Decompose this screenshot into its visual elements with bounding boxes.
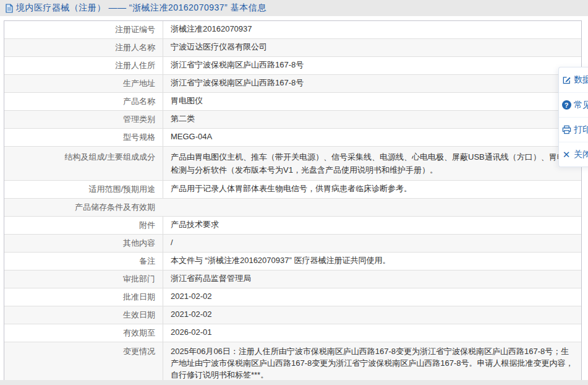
question-icon: ? (561, 100, 571, 110)
faq-button[interactable]: ? 常见 (559, 92, 588, 117)
row-label: 生产地址 (4, 75, 163, 92)
table-row: 结构及组成/主要组成成分 产品由胃电图仪主机、推车（带开关电源）、信号采集线、电… (4, 146, 581, 180)
row-label: 变更情况 (4, 342, 163, 385)
table-row: 生效日期 2021-02-02 (4, 306, 581, 324)
panel-item-label: 数据 (574, 74, 588, 85)
table-row: 其他内容 / (4, 234, 581, 252)
table-row: 管理类别 第二类 (4, 110, 581, 128)
row-label: 生效日期 (4, 306, 163, 324)
row-value: 2021-02-02 (163, 288, 581, 306)
close-icon: ✕ (561, 150, 571, 160)
row-value: 本文件与 “浙械注准20162070937” 医疗器械注册证共同使用。 (163, 253, 581, 270)
row-value: 产品用于记录人体胃部体表生物电信号，供胃病患者临床诊断参考。 (163, 181, 581, 198)
panel-item-label: 打印 (574, 124, 588, 136)
row-label: 审批部门 (4, 270, 163, 288)
table-row: 批准日期 2021-02-02 (4, 288, 581, 306)
row-value: 胃电图仪 (163, 93, 581, 110)
registration-info-table: 注册证编号 浙械注准20162070937 注册人名称 宁波迈达医疗仪器有限公司… (4, 20, 582, 385)
page-title-text: 境内医疗器械（注册） —— “浙械注准20162070937” 基本信息 (16, 2, 266, 14)
table-row: 注册人名称 宁波迈达医疗仪器有限公司 (4, 38, 581, 56)
row-value: 2025年06月06日：注册人住所由宁波市保税南区庐山西路167-8变更为浙江省… (163, 342, 581, 385)
row-value: 浙江省宁波保税南区庐山西路167-8号 (163, 57, 581, 74)
row-value: 2026-02-01 (163, 324, 581, 342)
edit-icon (561, 75, 571, 85)
printer-icon (561, 125, 571, 135)
close-button[interactable]: ✕ 关闭 (559, 142, 588, 167)
table-row: 有效期至 2026-02-01 (4, 324, 581, 342)
row-value: 2021-02-02 (163, 306, 581, 324)
row-label: 批准日期 (4, 288, 163, 306)
row-value: 产品技术要求 (163, 217, 581, 234)
table-row: 注册人住所 浙江省宁波保税南区庐山西路167-8号 (4, 56, 581, 74)
row-value: / (163, 235, 581, 252)
floating-action-panel: 数据 ? 常见 打印 ✕ 关闭 (558, 67, 588, 167)
row-label: 适用范围/预期用途 (4, 181, 163, 198)
table-row: 型号规格 MEGG-04A (4, 128, 581, 146)
row-label: 管理类别 (4, 111, 163, 128)
data-correction-button[interactable]: 数据 (559, 67, 588, 92)
row-value (163, 199, 581, 216)
document-icon (5, 4, 14, 13)
row-label: 备注 (4, 253, 163, 270)
panel-item-label: 关闭 (574, 149, 588, 160)
row-label: 产品储存条件及有效期 (4, 199, 163, 216)
table-row: 变更情况 2025年06月06日：注册人住所由宁波市保税南区庐山西路167-8变… (4, 342, 581, 385)
row-value: 浙械注准20162070937 (163, 21, 581, 38)
row-label: 型号规格 (4, 129, 163, 146)
table-row: 附件 产品技术要求 (4, 216, 581, 234)
bottom-strip (0, 380, 588, 385)
header-strip: 境内医疗器械（注册） —— “浙械注准20162070937” 基本信息 (0, 0, 588, 16)
print-button[interactable]: 打印 (559, 117, 588, 142)
row-label: 注册人住所 (4, 57, 163, 74)
row-label: 有效期至 (4, 324, 163, 342)
row-label: 结构及组成/主要组成成分 (4, 147, 163, 180)
row-label: 注册人名称 (4, 39, 163, 56)
table-row: 备注 本文件与 “浙械注准20162070937” 医疗器械注册证共同使用。 (4, 252, 581, 270)
row-label: 附件 (4, 217, 163, 234)
table-row: 适用范围/预期用途 产品用于记录人体胃部体表生物电信号，供胃病患者临床诊断参考。 (4, 180, 581, 198)
table-row: 产品名称 胃电图仪 (4, 92, 581, 110)
panel-item-label: 常见 (574, 100, 588, 111)
row-label: 产品名称 (4, 93, 163, 110)
row-value: 产品由胃电图仪主机、推车（带开关电源）、信号采集线、电源线、心电电极、屏蔽USB… (163, 147, 581, 180)
row-value: MEGG-04A (163, 129, 581, 146)
row-label: 其他内容 (4, 235, 163, 252)
table-row: 产品储存条件及有效期 (4, 198, 581, 216)
row-value: 宁波迈达医疗仪器有限公司 (163, 39, 581, 56)
table-row: 审批部门 浙江省药品监督管理局 (4, 270, 581, 288)
table-row: 生产地址 浙江省宁波保税南区庐山西路167-8号 (4, 74, 581, 92)
table-row: 注册证编号 浙械注准20162070937 (4, 21, 581, 38)
row-value: 浙江省宁波保税南区庐山西路167-8号 (163, 75, 581, 92)
row-value: 浙江省药品监督管理局 (163, 270, 581, 288)
row-label: 注册证编号 (4, 21, 163, 38)
row-value: 第二类 (163, 111, 581, 128)
page-title: 境内医疗器械（注册） —— “浙械注准20162070937” 基本信息 (5, 2, 266, 14)
